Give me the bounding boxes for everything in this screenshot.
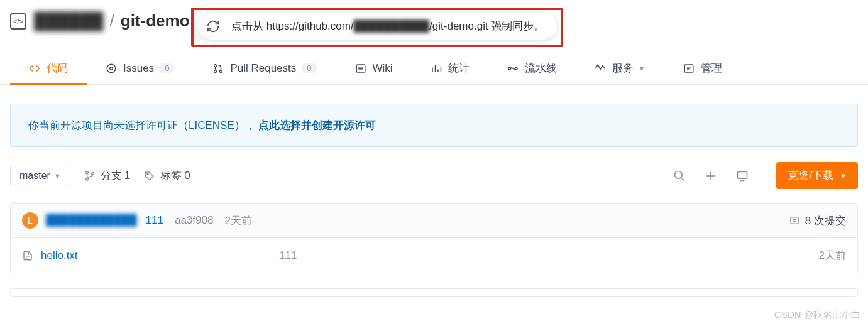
commit-author[interactable]: ████████████ — [46, 214, 137, 227]
code-icon — [29, 63, 40, 74]
tab-wiki[interactable]: Wiki — [336, 53, 412, 84]
tab-services[interactable]: 服务 ▼ — [576, 52, 664, 84]
svg-point-19 — [91, 172, 94, 175]
commit-message[interactable]: 111 — [146, 214, 163, 227]
svg-line-22 — [681, 177, 684, 180]
manage-icon — [683, 63, 695, 74]
readme-panel — [10, 288, 858, 297]
stats-icon — [431, 63, 442, 74]
branch-selected-label: master — [19, 170, 50, 182]
clone-download-button[interactable]: 克隆/下载 ▼ — [776, 162, 858, 189]
tags-label: 标签 — [160, 168, 182, 183]
svg-rect-25 — [738, 171, 747, 178]
issues-count-badge: 0 — [159, 63, 175, 73]
tag-icon — [144, 170, 155, 182]
svg-point-12 — [508, 67, 510, 70]
tab-services-label: 服务 — [612, 61, 634, 75]
tab-issues-label: Issues — [123, 62, 154, 75]
svg-point-2 — [214, 64, 217, 67]
repo-visibility-icon: </> — [10, 13, 26, 30]
sync-popover[interactable]: 点击从 https://github.com/██████████/git-de… — [197, 13, 557, 40]
license-link[interactable]: 点此选择并创建开源许可 — [258, 119, 376, 131]
caret-down-icon: ▼ — [54, 172, 61, 180]
latest-commit-row: L ████████████ 111 aa3f908 2天前 8 次提交 — [10, 203, 858, 238]
tags-link[interactable]: 标签 0 — [144, 168, 190, 183]
file-time: 2天前 — [819, 248, 846, 263]
clone-label: 克隆/下载 — [788, 168, 833, 183]
branches-label: 分支 — [101, 168, 122, 183]
tab-issues[interactable]: Issues 0 — [87, 53, 194, 84]
branches-count: 1 — [124, 170, 130, 182]
avatar[interactable]: L — [22, 212, 38, 229]
tab-wiki-label: Wiki — [373, 62, 393, 75]
commits-icon — [789, 215, 800, 226]
issues-icon — [106, 63, 117, 74]
tab-pipeline[interactable]: 流水线 — [488, 52, 576, 84]
commit-time: 2天前 — [224, 214, 251, 228]
add-button[interactable] — [704, 169, 718, 183]
file-commit-message[interactable]: 111 — [279, 249, 297, 262]
tab-manage[interactable]: 管理 — [664, 52, 741, 84]
file-icon — [22, 250, 33, 261]
pr-icon — [212, 63, 224, 74]
svg-point-17 — [85, 171, 88, 173]
pr-count-badge: 0 — [301, 63, 317, 73]
repo-toolbar: master ▼ 分支 1 标签 0 克隆/下载 ▼ — [10, 162, 858, 189]
license-prefix: 你当前开源项目尚未选择许可证（LICENSE）， — [28, 119, 256, 131]
web-ide-button[interactable] — [735, 169, 749, 183]
wiki-icon — [355, 63, 366, 74]
tab-pull-requests[interactable]: Pull Requests 0 — [194, 53, 336, 84]
services-icon — [595, 63, 606, 74]
tab-manage-label: 管理 — [701, 61, 722, 75]
commit-sha[interactable]: aa3f908 — [175, 214, 213, 227]
highlight-box: 点击从 https://github.com/██████████/git-de… — [191, 8, 563, 47]
file-name[interactable]: hello.txt — [41, 249, 78, 262]
tab-code[interactable]: 代码 — [10, 52, 87, 84]
caret-down-icon: ▼ — [840, 172, 847, 180]
svg-point-0 — [107, 64, 116, 73]
svg-point-13 — [515, 67, 517, 70]
divider — [767, 167, 767, 185]
svg-point-3 — [214, 70, 217, 72]
branch-icon — [84, 170, 96, 182]
svg-point-1 — [110, 67, 113, 70]
tab-pr-label: Pull Requests — [230, 62, 296, 75]
svg-point-20 — [147, 173, 148, 174]
chevron-down-icon: ▼ — [639, 65, 646, 72]
tags-count: 0 — [184, 170, 190, 182]
svg-point-18 — [85, 178, 88, 180]
sync-icon — [206, 19, 220, 33]
tab-pipeline-label: 流水线 — [525, 61, 557, 75]
branches-link[interactable]: 分支 1 — [84, 168, 130, 183]
tab-code-label: 代码 — [47, 61, 68, 75]
file-row[interactable]: hello.txt 111 2天前 — [10, 238, 858, 273]
repo-name[interactable]: git-demo — [121, 11, 190, 31]
commits-count-link[interactable]: 8 次提交 — [789, 214, 846, 228]
license-banner[interactable]: 你当前开源项目尚未选择许可证（LICENSE）， 点此选择并创建开源许可 — [10, 104, 858, 147]
svg-rect-27 — [791, 217, 798, 224]
pipeline-icon — [507, 63, 519, 74]
breadcrumb-separator: / — [110, 11, 114, 31]
sync-popover-text: 点击从 https://github.com/██████████/git-de… — [231, 19, 544, 33]
branch-selector[interactable]: master ▼ — [10, 165, 70, 187]
svg-point-4 — [220, 70, 222, 72]
owner-name[interactable]: ██████ — [34, 11, 104, 31]
tab-stats-label: 统计 — [448, 61, 470, 75]
tab-stats[interactable]: 统计 — [412, 52, 488, 84]
svg-point-21 — [675, 171, 683, 178]
repo-tabs: 代码 Issues 0 Pull Requests 0 Wiki 统计 流水线 … — [0, 52, 868, 85]
search-button[interactable] — [673, 169, 686, 183]
commits-count-label: 8 次提交 — [805, 214, 846, 228]
